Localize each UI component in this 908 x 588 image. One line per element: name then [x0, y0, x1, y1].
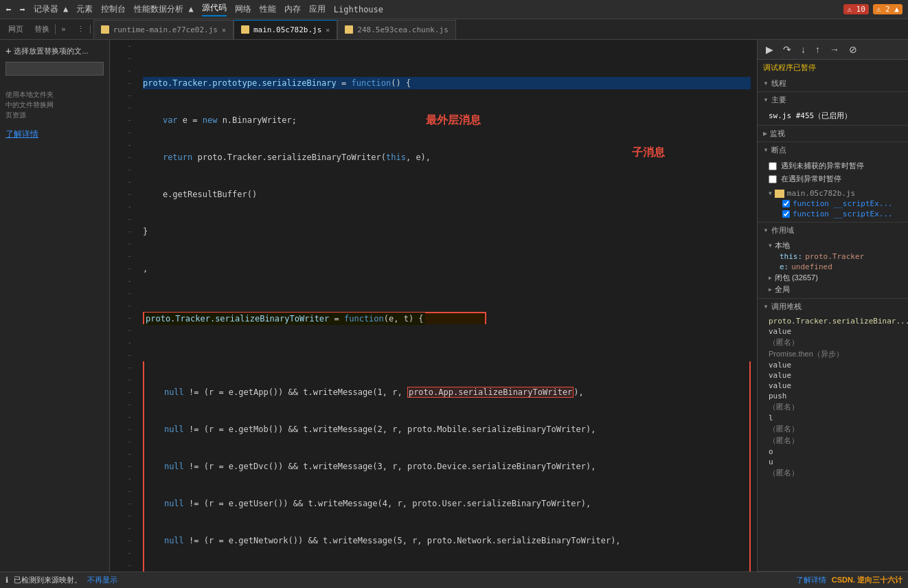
- menu-memory[interactable]: 内存: [284, 3, 301, 15]
- debug-watch-header[interactable]: 监视: [758, 126, 908, 142]
- debug-callstack-content: proto.Tracker.serializeBinar... value （匿…: [758, 315, 908, 482]
- chevron-icon: [769, 242, 772, 249]
- chevron-icon: [763, 80, 769, 87]
- tab-main[interactable]: main.05c782b.js ✕: [234, 20, 337, 39]
- breakpoint-uncaught-checkbox[interactable]: [769, 162, 777, 170]
- callstack-item: u: [769, 457, 897, 467]
- tab-close[interactable]: ✕: [326, 26, 330, 34]
- nav-options[interactable]: ⋮: [71, 25, 91, 34]
- menu-sources[interactable]: 源代码: [202, 2, 227, 16]
- scrollbar[interactable]: [756, 40, 757, 572]
- debug-thread-header[interactable]: 线程: [758, 76, 908, 91]
- brand-text: CSDN. 逆向三十六计: [832, 575, 903, 585]
- replace-label: 选择放置替换项的文...: [14, 46, 88, 56]
- search-replace-section: + 选择放置替换项的文... 使用本地文件夹中的文件替换网页资源 了解详情: [5, 45, 104, 140]
- debug-step-over-btn[interactable]: ↷: [780, 43, 794, 56]
- callstack-item: value: [769, 370, 897, 381]
- debug-section-thread: 线程: [758, 76, 908, 92]
- chevron-icon: [763, 227, 769, 234]
- debug-callstack-header[interactable]: 调用堆栈: [758, 299, 908, 315]
- file-icon: [101, 25, 109, 34]
- code-line: null != (r = e.getNetwork()) && t.writeM…: [144, 534, 749, 547]
- no-show-link[interactable]: 不再显示: [87, 575, 117, 585]
- code-line: null != (r = e.getApp()) && t.writeMessa…: [144, 386, 749, 398]
- code-line: ,: [143, 262, 751, 275]
- tab-runtime[interactable]: runtime-main.e77ce02.js ✕: [93, 20, 234, 39]
- debug-step-btn[interactable]: →: [827, 43, 842, 56]
- fn1-checkbox[interactable]: [782, 200, 790, 207]
- scope-closure: 闭包 (32657): [769, 272, 897, 284]
- tab-label: main.05c782b.js: [253, 25, 321, 34]
- debug-scope-content: 本地 this: proto.Tracker e: undefined 闭包 (: [758, 238, 908, 298]
- tab-label: 248.5e93cea.chunk.js: [357, 25, 448, 34]
- breakpoint-uncaught: 遇到未捕获的异常时暂停: [769, 159, 897, 172]
- code-line: null != (r = e.getDvc()) && t.writeMessa…: [144, 460, 749, 473]
- nav-more[interactable]: »: [56, 25, 71, 34]
- debug-section-watch: 监视: [758, 126, 908, 142]
- debug-section-scope: 作用域 本地 this: proto.Tracker e: undefined: [758, 223, 908, 299]
- debug-main-header[interactable]: 主要: [758, 92, 908, 108]
- editor-wrapper[interactable]: - - - - - - - - - - - - - - - - - - - -: [110, 40, 757, 572]
- menu-console[interactable]: 控制台: [101, 3, 126, 15]
- right-panel: ▶ ↷ ↓ ↑ → ⊘ 调试程序已暂停 线程 主要 sw.js #455（已启用…: [757, 40, 908, 572]
- closure-label: 闭包 (32657): [775, 273, 818, 283]
- nav-replace[interactable]: 替换: [29, 24, 56, 34]
- debug-step-out-btn[interactable]: ↑: [813, 43, 823, 56]
- callstack-item: proto.Tracker.serializeBinar...: [769, 316, 897, 326]
- menu-network[interactable]: 网络: [235, 3, 251, 15]
- code-container: - - - - - - - - - - - - - - - - - - - -: [110, 40, 757, 572]
- breakpoint-caught: 在遇到异常时暂停: [769, 172, 897, 185]
- menu-recorder[interactable]: 记录器 ▲: [34, 3, 68, 15]
- callstack-item: （匿名）: [769, 435, 897, 446]
- menu-lighthouse[interactable]: Lighthouse: [334, 5, 383, 14]
- debug-breakpoints-content: 遇到未捕获的异常时暂停 在遇到异常时暂停 main.05c782b.js fun…: [758, 158, 908, 222]
- menu-application[interactable]: 应用: [309, 3, 326, 15]
- file-icon: [345, 25, 353, 34]
- file-icon: [775, 190, 784, 198]
- breakpoint-fn1: function __scriptEx...: [782, 199, 897, 209]
- debug-section-callstack: 调用堆栈 proto.Tracker.serializeBinar... val…: [758, 299, 908, 572]
- debug-step-into-btn[interactable]: ↓: [798, 43, 808, 56]
- scope-e-value: undefined: [791, 262, 832, 271]
- fn2-checkbox[interactable]: [782, 210, 790, 218]
- breakpoint-fn2: function __scriptEx...: [782, 209, 897, 219]
- add-icon[interactable]: +: [5, 45, 11, 56]
- debug-breakpoints-header[interactable]: 断点: [758, 142, 908, 158]
- chevron-icon: [763, 147, 769, 153]
- learn-more-link[interactable]: 了解详情: [5, 129, 38, 139]
- learn-more-link-status[interactable]: 了解详情: [796, 575, 826, 585]
- breakpoint-caught-checkbox[interactable]: [769, 175, 777, 183]
- local-label: 本地: [775, 240, 790, 251]
- callstack-item: value: [769, 326, 897, 337]
- nav-icon: ⬅: [5, 4, 11, 15]
- menu-perf-analysis[interactable]: 性能数据分析 ▲: [134, 3, 193, 15]
- file-icon: [241, 25, 249, 34]
- debug-section-main: 主要 sw.js #455（已启用）: [758, 92, 908, 126]
- code-line: e.getResultBuffer(): [143, 188, 751, 201]
- callstack-item: （匿名）: [769, 423, 897, 435]
- scope-this-key: this:: [780, 252, 802, 261]
- scope-this-value: proto.Tracker: [805, 252, 864, 261]
- code-line: proto.Tracker.prototype.serializeBinary …: [143, 77, 751, 89]
- error-badge: ⚠ 10: [843, 4, 869, 14]
- debug-main-content: sw.js #455（已启用）: [758, 108, 908, 125]
- callstack-item: （匿名）: [769, 337, 897, 348]
- debug-scope-header[interactable]: 作用域: [758, 223, 908, 238]
- main-layout: + 选择放置替换项的文... 使用本地文件夹中的文件替换网页资源 了解详情 - …: [0, 40, 908, 572]
- menu-elements[interactable]: 元素: [76, 3, 93, 15]
- callstack-item: value: [769, 381, 897, 391]
- debug-section-breakpoints: 断点 遇到未捕获的异常时暂停 在遇到异常时暂停 main.05c782b.js: [758, 142, 908, 223]
- debug-resume-btn[interactable]: ▶: [763, 43, 776, 56]
- chevron-icon: [763, 304, 769, 310]
- debug-deactivate-btn[interactable]: ⊘: [846, 43, 860, 56]
- tab-chunk[interactable]: 248.5e93cea.chunk.js: [337, 20, 455, 39]
- callstack-item: l: [769, 413, 897, 423]
- main-label: 主要: [771, 95, 786, 105]
- code-line: proto.Tracker.serializeBinaryToWriter = …: [143, 312, 486, 324]
- tab-close[interactable]: ✕: [222, 26, 226, 34]
- menu-performance[interactable]: 性能: [260, 3, 276, 15]
- nav-web[interactable]: 网页: [3, 24, 29, 34]
- search-input[interactable]: [5, 62, 104, 76]
- debug-status: 调试程序已暂停: [758, 60, 908, 76]
- tab-label: runtime-main.e77ce02.js: [113, 25, 218, 34]
